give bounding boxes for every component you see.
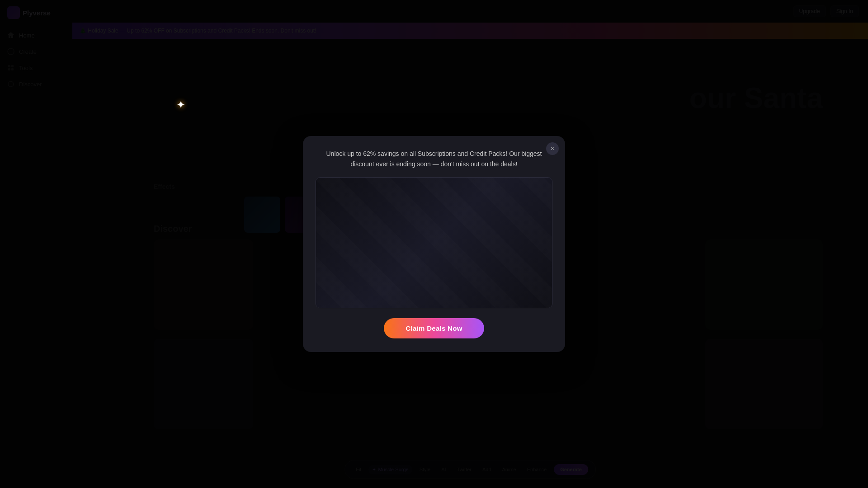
modal-close-button[interactable]: ×: [546, 142, 559, 155]
promo-image-placeholder: [316, 178, 552, 308]
modal-description: Unlock up to 62% savings on all Subscrip…: [316, 149, 552, 169]
modal-backdrop: × Unlock up to 62% savings on all Subscr…: [0, 0, 868, 488]
claim-deals-button[interactable]: Claim Deals Now: [384, 318, 484, 338]
modal-promo-image: [316, 177, 552, 308]
deals-modal: × Unlock up to 62% savings on all Subscr…: [303, 136, 565, 352]
sparkle-decoration: ✦: [176, 99, 185, 111]
